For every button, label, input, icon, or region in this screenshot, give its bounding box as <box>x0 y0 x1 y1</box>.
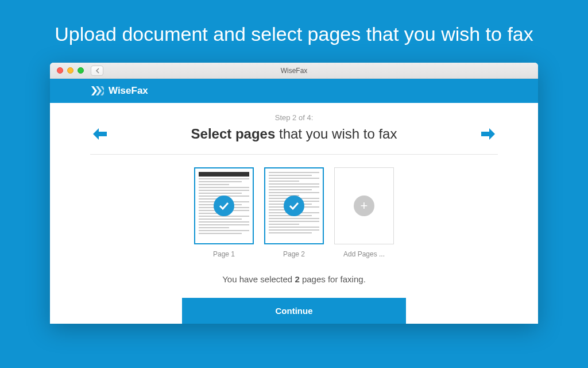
page-2-thumbnail[interactable] <box>264 167 324 244</box>
continue-button[interactable]: Continue <box>182 298 406 324</box>
next-step-button[interactable] <box>478 124 498 144</box>
browser-window: WiseFax WiseFax Step 2 of 4: Select page… <box>50 63 538 324</box>
step-label: Step 2 of 4: <box>90 113 498 122</box>
app-header: WiseFax <box>50 79 538 103</box>
heading-rest: that you wish to fax <box>275 126 397 141</box>
plus-icon: + <box>354 195 374 216</box>
page-2-label: Page 2 <box>283 250 305 258</box>
minimize-window-button[interactable] <box>67 67 74 74</box>
main-content: Step 2 of 4: Select pages that you wish … <box>50 103 538 324</box>
close-window-button[interactable] <box>57 67 63 74</box>
add-pages-button[interactable]: + <box>334 167 394 244</box>
maximize-window-button[interactable] <box>78 67 84 74</box>
heading-bold: Select pages <box>191 126 276 141</box>
browser-title: WiseFax <box>50 67 538 75</box>
step-heading: Select pages that you wish to fax <box>191 126 397 142</box>
add-pages-label: Add Pages ... <box>343 250 385 258</box>
summary-post: pages for faxing. <box>300 274 366 284</box>
page-1-item: Page 1 <box>194 167 254 258</box>
page-2-item: Page 2 <box>264 167 324 258</box>
promo-title: Upload document and select pages that yo… <box>0 0 588 63</box>
browser-chrome: WiseFax <box>50 63 538 79</box>
page-1-thumbnail[interactable] <box>194 167 254 244</box>
arrow-right-icon <box>480 127 496 141</box>
heading-row: Select pages that you wish to fax <box>90 124 498 155</box>
chevron-left-icon <box>95 68 99 74</box>
window-controls <box>50 67 84 74</box>
page-1-label: Page 1 <box>213 250 235 258</box>
page-thumbnails: Page 1 <box>90 167 498 258</box>
add-pages-item: + Add Pages ... <box>334 167 394 258</box>
arrow-left-icon <box>92 127 108 141</box>
selection-summary: You have selected 2 pages for faxing. <box>90 274 498 284</box>
browser-back-button[interactable] <box>91 66 103 76</box>
summary-count: 2 <box>295 274 299 284</box>
selected-check-icon <box>284 195 304 216</box>
summary-pre: You have selected <box>222 274 295 284</box>
wisefax-logo-icon <box>91 86 104 95</box>
selected-check-icon <box>214 195 234 216</box>
previous-step-button[interactable] <box>90 124 110 144</box>
brand-name: WiseFax <box>109 85 148 97</box>
